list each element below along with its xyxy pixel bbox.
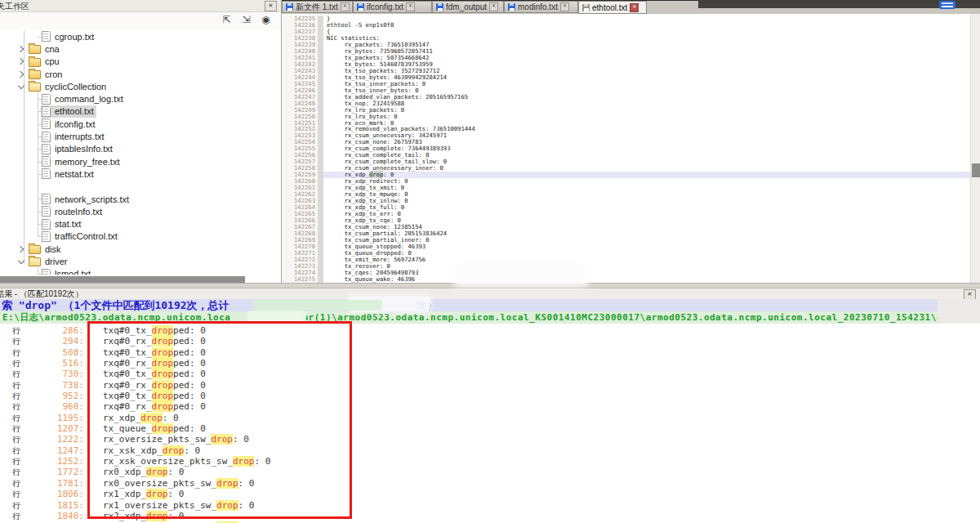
file-path-suffix: ar(1)\armod0523.odata.ncmp.unicom.local_… <box>302 312 938 323</box>
editor-vertical-scrollbar[interactable] <box>970 14 980 283</box>
chevron-down-icon[interactable] <box>18 258 24 265</box>
tab-modinfo-txt[interactable]: modinfo.txt✕ <box>504 1 578 13</box>
tab-close-icon[interactable]: ✕ <box>630 3 639 12</box>
tree-item-label: netstat.txt <box>55 169 94 179</box>
tree-item-wrap: network_scripts.txt <box>41 193 131 205</box>
tree-item-network-scripts-txt[interactable]: network_scripts.txt <box>0 193 281 205</box>
tab-close-icon[interactable]: ✕ <box>406 2 415 11</box>
line-text: rx_xdp_tx_mpwqe: 0 <box>323 191 970 198</box>
result-row[interactable]: 行952:txq#0_tx_dropped: 0 <box>0 391 980 401</box>
file-icon <box>42 94 51 105</box>
tab-close-icon[interactable]: ✕ <box>341 2 350 11</box>
line-text: rx_xdp_redirect: 0 <box>323 178 970 185</box>
tree-item-cycliccollection[interactable]: cyclicCollection <box>0 80 281 92</box>
result-row[interactable]: 行1207:tx_queue_dropped: 0 <box>0 423 980 434</box>
tab-label: ifconfig.txt <box>367 2 403 11</box>
result-row[interactable]: 行960:rxq#0_rx_dropped: 0 <box>0 401 980 412</box>
tree-item-wrap: ethtool.txt <box>41 105 96 118</box>
workspace-panel-header: 夹工作区 ✕ <box>0 0 281 12</box>
match-highlight: drop <box>152 347 174 358</box>
row-prefix-label: 行 <box>12 456 24 467</box>
tree-item-label: stat.txt <box>55 219 81 229</box>
result-line-number: 516: <box>24 358 84 369</box>
tree-item-disk[interactable]: disk <box>0 243 281 255</box>
tree-item-netstat-txt[interactable]: netstat.txt <box>0 168 281 180</box>
result-row[interactable]: 行1195:rx_xdp_drop: 0 <box>0 413 980 423</box>
tree-item-cna[interactable]: cna <box>0 42 281 55</box>
tree-item-cgroup-txt[interactable]: cgroup.txt <box>0 30 281 42</box>
result-row[interactable]: 行1840:rx2_xdp_drop: 0 <box>0 511 980 521</box>
fold-margin <box>318 132 323 139</box>
line-text: rx_xdp_drop: 0 <box>323 172 970 178</box>
tree-item-interrupts-txt[interactable]: interrupts.txt <box>0 130 281 142</box>
tree-item-cpu[interactable]: cpu <box>0 56 281 68</box>
results-list: 行286:txq#0_tx_dropped: 0行294:rxq#0_rx_dr… <box>0 325 980 523</box>
search-file-path-line[interactable]: E:\日志\armod0523.odata.ncmp.unicom.locaar… <box>0 311 938 324</box>
chevron-right-icon[interactable] <box>18 246 24 253</box>
result-row[interactable]: 行1247:rx_xsk_xdp_drop: 0 <box>0 445 980 456</box>
tree-item-wrap: driver <box>28 255 70 267</box>
tree-item-cron[interactable]: cron <box>0 68 281 80</box>
chevron-right-icon[interactable] <box>18 58 24 65</box>
tree-item-wrap: cyclicCollection <box>28 80 109 92</box>
result-row[interactable]: 行294:rxq#0_rx_dropped: 0 <box>0 336 980 346</box>
result-row[interactable]: 行738:rxq#0_rx_dropped: 0 <box>0 380 980 391</box>
row-prefix-label: 行 <box>12 500 24 511</box>
tree-item-stat-txt[interactable]: stat.txt <box>0 217 281 230</box>
result-row[interactable]: 行516:rxq#0_rx_dropped: 0 <box>0 358 980 369</box>
result-row[interactable]: 行1772:rx0_xdp_drop: 0 <box>0 467 980 477</box>
chevron-right-icon[interactable] <box>18 71 24 78</box>
tab-fdm-output[interactable]: fdm_output✕ <box>432 1 504 13</box>
tree-item-wrap: cna <box>28 42 62 55</box>
tab-close-icon[interactable]: ✕ <box>489 2 498 11</box>
tree-item-iptablesinfo-txt[interactable]: iptablesInfo.txt <box>0 143 281 155</box>
tree-item-memory-free-txt[interactable]: memory_free.txt <box>0 155 281 168</box>
match-highlight: drop <box>233 456 255 467</box>
result-row[interactable]: 行1222:rx_oversize_pkts_sw_drop: 0 <box>0 434 980 445</box>
tree-item-lsmod-txt[interactable]: lsmod.txt <box>0 268 281 275</box>
tree-item-ethtool-txt[interactable]: ethtool.txt <box>0 105 281 118</box>
tree-item-routeinfo-txt[interactable]: routeInfo.txt <box>0 205 281 217</box>
row-prefix-label: 行 <box>12 511 24 521</box>
workspace-panel-title: 夹工作区 <box>0 1 29 12</box>
chevron-down-icon[interactable] <box>18 83 24 90</box>
file-icon <box>42 132 51 142</box>
result-row[interactable]: 行286:txq#0_tx_dropped: 0 <box>0 325 980 336</box>
editor-scrollbar-thumb[interactable] <box>972 163 980 177</box>
locate-file-icon[interactable]: ◉ <box>259 14 273 26</box>
tree-item-command-log-txt[interactable]: command_log.txt <box>0 92 281 105</box>
collapse-all-icon[interactable]: ⇲ <box>239 14 253 26</box>
tab-新文件-1-txt[interactable]: 新文件 1.txt✕ <box>282 1 353 13</box>
result-row[interactable]: 行1252:rx_xsk_oversize_pkts_sw_drop: 0 <box>0 456 980 467</box>
tree-scrollbar-thumb[interactable] <box>0 276 245 283</box>
result-text: tx_queue_dropped: 0 <box>103 423 206 434</box>
result-row[interactable]: 行1815:rx1_oversize_pkts_sw_drop: 0 <box>0 500 980 511</box>
text-editor[interactable]: 142235}142236ethtool -S enp1s0f0142237{1… <box>282 14 970 283</box>
result-text: txq#0_tx_dropped: 0 <box>103 325 206 336</box>
result-row[interactable]: 行508:txq#0_tx_dropped: 0 <box>0 347 980 358</box>
panel-splitter[interactable] <box>0 283 980 288</box>
tree-item-trafficcontrol-txt[interactable]: trafficControl.txt <box>0 230 281 243</box>
result-row[interactable]: 行730:txq#0_tx_dropped: 0 <box>0 369 980 379</box>
result-row[interactable]: 行1781:rx0_oversize_pkts_sw_drop: 0 <box>0 478 980 489</box>
result-line-number: 1772: <box>24 467 84 477</box>
tab-ethtool-txt[interactable]: ethtool.txt✕ <box>578 1 647 14</box>
match-highlight: drop <box>152 369 174 379</box>
tab-close-icon[interactable]: ✕ <box>560 2 569 11</box>
chevron-right-icon[interactable] <box>18 46 24 52</box>
fold-margin <box>318 145 323 152</box>
search-summary-line[interactable]: 索 "drop" （1个文件中匹配到10192次，总计次） <box>0 299 938 311</box>
fold-margin <box>318 68 323 74</box>
tree-item-wrap: iptablesInfo.txt <box>41 143 115 155</box>
expand-all-icon[interactable]: ⇱ <box>220 14 234 26</box>
tree-item-label: ethtool.txt <box>55 106 94 116</box>
workspace-close-icon[interactable]: ✕ <box>265 1 277 11</box>
tree-item-ifconfig-txt[interactable]: ifconfig.txt <box>0 118 281 130</box>
tab-ifconfig-txt[interactable]: ifconfig.txt✕ <box>353 1 432 13</box>
tree-item-driver[interactable]: driver <box>0 255 281 267</box>
fold-margin <box>318 22 323 29</box>
result-line-number: 730: <box>24 369 84 379</box>
fold-margin <box>318 217 323 224</box>
tree-item-wrap: command_log.txt <box>41 93 126 105</box>
result-row[interactable]: 行1806:rx1_xdp_drop: 0 <box>0 489 980 499</box>
